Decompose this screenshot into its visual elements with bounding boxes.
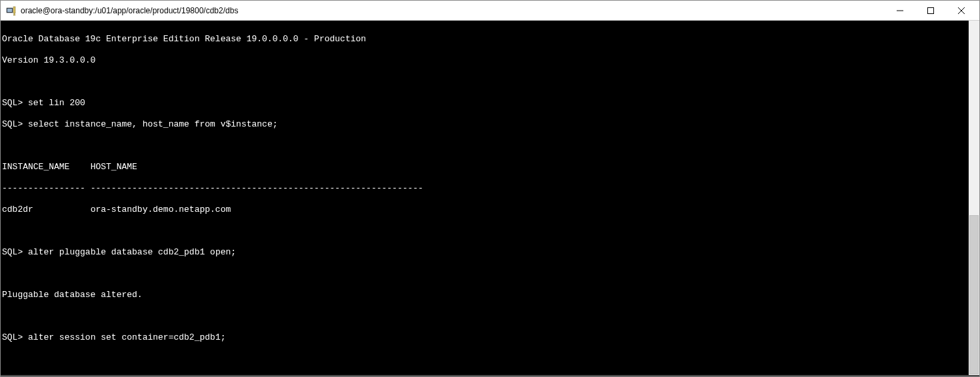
status-bar [1, 375, 979, 377]
banner-line-1: Oracle Database 19c Enterprise Edition R… [2, 34, 366, 44]
close-button[interactable] [946, 1, 977, 21]
sql-prompt: SQL> [2, 247, 23, 257]
rule-host: ----------------------------------------… [91, 183, 423, 193]
cmd-alter-pdb: alter pluggable database cdb2_pdb1 open; [28, 247, 236, 257]
scrollbar-thumb[interactable] [969, 215, 979, 374]
cmd-set-lin: set lin 200 [28, 98, 85, 108]
sql-prompt: SQL> [2, 98, 23, 108]
rule-instance: ---------------- [2, 183, 85, 193]
col-header-instance-name: INSTANCE_NAME [2, 162, 69, 172]
window-title: oracle@ora-standby:/u01/app/oracle/produ… [21, 6, 238, 15]
maximize-button[interactable] [915, 1, 946, 21]
titlebar[interactable]: oracle@ora-standby:/u01/app/oracle/produ… [1, 1, 979, 21]
vertical-scrollbar[interactable] [969, 21, 979, 375]
terminal-output[interactable]: Oracle Database 19c Enterprise Edition R… [1, 21, 969, 375]
cmd-select-instance: select instance_name, host_name from v$i… [28, 119, 277, 129]
cmd-alter-session: alter session set container=cdb2_pdb1; [28, 332, 225, 342]
val-instance-name: cdb2dr [2, 204, 33, 214]
svg-rect-3 [928, 7, 934, 13]
client-area: Oracle Database 19c Enterprise Edition R… [1, 21, 979, 375]
banner-line-2: Version 19.3.0.0.0 [2, 55, 95, 65]
val-host-name: ora-standby.demo.netapp.com [91, 204, 231, 214]
window-frame: oracle@ora-standby:/u01/app/oracle/produ… [0, 0, 980, 377]
sql-prompt: SQL> [2, 332, 23, 342]
col-header-host-name: HOST_NAME [91, 162, 137, 172]
putty-icon [6, 5, 17, 16]
svg-rect-1 [7, 9, 12, 12]
svg-rect-2 [13, 7, 15, 13]
msg-pdb-altered: Pluggable database altered. [2, 290, 143, 300]
sql-prompt: SQL> [2, 119, 23, 129]
minimize-button[interactable] [885, 1, 915, 21]
